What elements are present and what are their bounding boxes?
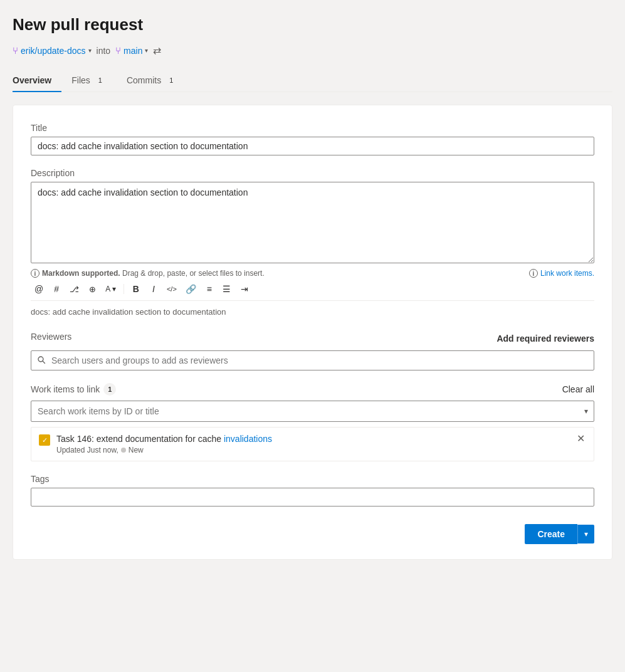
tags-label: Tags	[31, 474, 594, 484]
title-input[interactable]	[31, 137, 594, 155]
add-required-reviewers-link[interactable]: Add required reviewers	[496, 333, 594, 344]
source-branch-name: erik/update-docs	[21, 46, 86, 56]
toolbar-format-dropdown-btn[interactable]: A ▾	[102, 282, 120, 296]
into-label: into	[97, 46, 111, 56]
svg-line-1	[43, 361, 45, 363]
reviewers-label: Reviewers	[31, 332, 71, 342]
remove-work-item-button[interactable]: ✕	[575, 434, 586, 444]
toolbar-mention-btn[interactable]: @	[31, 281, 47, 297]
tab-commits-badge: 1	[165, 76, 177, 85]
source-branch-chevron: ▾	[88, 47, 92, 54]
reviewers-field-group: Reviewers Add required reviewers	[31, 332, 594, 370]
work-items-search-wrapper: ▾	[31, 401, 594, 422]
work-item-status-dot	[121, 448, 126, 453]
reviewers-search-input[interactable]	[31, 350, 594, 370]
work-items-search-input[interactable]	[31, 401, 594, 422]
toolbar-attachment-btn[interactable]: ⊕	[84, 282, 100, 297]
description-field-group: Description docs: add cache invalidation…	[31, 168, 594, 319]
toolbar-code-btn[interactable]: </>	[163, 283, 181, 295]
toolbar-pr-btn[interactable]: ⎇	[66, 282, 83, 297]
tags-field-group: Tags	[31, 474, 594, 507]
tab-commits-label: Commits	[127, 75, 161, 85]
link-work-items-link[interactable]: Link work items.	[540, 269, 594, 278]
description-textarea[interactable]: docs: add cache invalidation section to …	[31, 182, 594, 263]
work-items-count: 1	[103, 383, 116, 396]
work-item-details: Task 146: extend documentation for cache…	[56, 434, 272, 454]
bottom-action-bar: Create ▾	[31, 524, 594, 544]
work-item-meta: Updated Just now, New	[56, 446, 272, 454]
tab-files-label: Files	[71, 75, 90, 85]
tags-input[interactable]	[31, 488, 594, 507]
work-items-header: Work items to link 1 Clear all	[31, 383, 594, 396]
link-work-items-info-icon: i	[529, 269, 538, 278]
markdown-hint-text: Markdown supported. Drag & drop, paste, …	[42, 269, 265, 278]
description-preview: docs: add cache invalidation section to …	[31, 301, 594, 319]
work-item-left: ✓ Task 146: extend documentation for cac…	[39, 434, 272, 454]
source-branch-icon: ⑂	[13, 45, 18, 56]
create-dropdown-chevron-icon: ▾	[584, 530, 588, 538]
reviewers-search-wrapper	[31, 350, 594, 370]
page-title: New pull request	[13, 15, 612, 34]
tab-overview-label: Overview	[13, 75, 51, 85]
reviewers-search-icon	[37, 355, 46, 366]
task-icon: ✓	[39, 434, 50, 446]
branch-bar: ⑂ erik/update-docs ▾ into ⑂ main ▾ ⇄	[13, 45, 612, 56]
tab-files[interactable]: Files 1	[61, 69, 117, 92]
tab-overview[interactable]: Overview	[13, 69, 61, 92]
toolbar-bold-btn[interactable]: B	[128, 281, 144, 297]
toolbar-link-btn[interactable]: 🔗	[182, 281, 200, 297]
clear-all-link[interactable]: Clear all	[562, 384, 594, 394]
create-button[interactable]: Create	[525, 524, 577, 544]
work-item-row: ✓ Task 146: extend documentation for cac…	[31, 427, 594, 461]
markdown-info-icon: i	[31, 269, 39, 278]
work-item-title: Task 146: extend documentation for cache…	[56, 434, 272, 444]
target-branch-icon: ⑂	[115, 45, 121, 56]
toolbar-sep-1	[123, 284, 124, 294]
editor-toolbar: @ # ⎇ ⊕ A ▾ B I </> 🔗 ≡ ☰ ⇥	[31, 278, 594, 301]
toolbar-indent-btn[interactable]: ⇥	[236, 281, 253, 297]
create-dropdown-button[interactable]: ▾	[577, 525, 594, 543]
work-item-updated: Updated Just now,	[56, 446, 118, 454]
source-branch-selector[interactable]: ⑂ erik/update-docs ▾	[13, 45, 92, 56]
toolbar-italic-btn[interactable]: I	[145, 281, 162, 297]
title-field-group: Title	[31, 123, 594, 155]
work-items-label-group: Work items to link 1	[31, 383, 116, 396]
markdown-hint-bar: i Markdown supported. Drag & drop, paste…	[31, 269, 594, 278]
target-branch-selector[interactable]: ⑂ main ▾	[115, 45, 148, 56]
toolbar-unordered-list-btn[interactable]: ☰	[219, 281, 235, 297]
tab-files-badge: 1	[94, 76, 107, 85]
reviewers-header: Reviewers Add required reviewers	[31, 332, 594, 345]
toolbar-hash-btn[interactable]: #	[48, 281, 65, 297]
main-card: Title Description docs: add cache invali…	[13, 105, 612, 560]
toolbar-ordered-list-btn[interactable]: ≡	[201, 281, 218, 297]
target-branch-chevron: ▾	[145, 47, 148, 54]
work-items-label: Work items to link	[31, 384, 100, 394]
work-item-status: New	[129, 446, 144, 454]
target-branch-name: main	[123, 46, 142, 56]
description-label: Description	[31, 168, 594, 178]
svg-point-0	[38, 357, 43, 362]
title-label: Title	[31, 123, 594, 133]
tabs-bar: Overview Files 1 Commits 1	[13, 69, 612, 92]
link-work-items-hint: i Link work items.	[529, 269, 594, 278]
work-items-field-group: Work items to link 1 Clear all ▾ ✓ Task …	[31, 383, 594, 461]
swap-branches-icon[interactable]: ⇄	[153, 45, 161, 56]
tab-commits[interactable]: Commits 1	[117, 69, 187, 92]
